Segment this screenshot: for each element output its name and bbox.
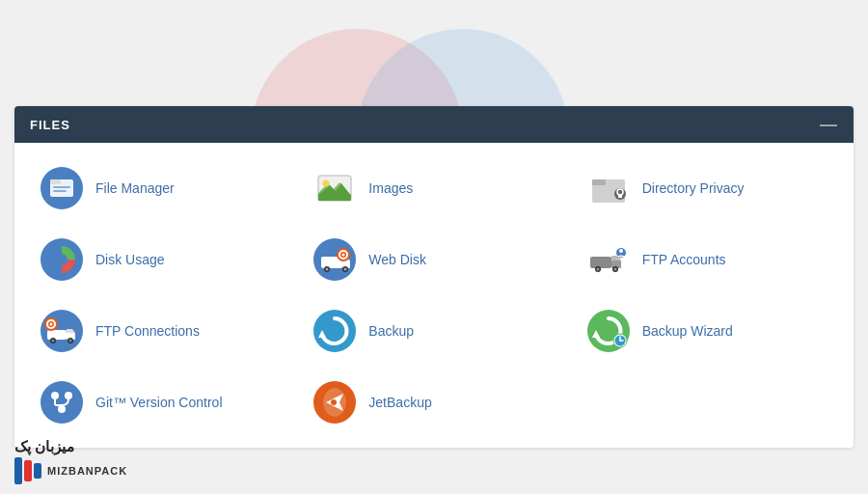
svg-rect-38: [47, 330, 67, 340]
git-label: Git™ Version Control: [95, 395, 223, 410]
svg-rect-4: [53, 190, 67, 192]
panel-collapse-button[interactable]: —: [820, 116, 838, 133]
svg-rect-13: [618, 194, 622, 198]
svg-point-64: [331, 399, 337, 405]
svg-point-57: [51, 392, 59, 399]
svg-point-56: [41, 381, 83, 424]
backup-wizard-label: Backup Wizard: [642, 323, 733, 339]
ftp-accounts-label: FTP Accounts: [642, 252, 726, 267]
images-label: Images: [368, 180, 413, 196]
footer: میزبان پک MIZBANPACK: [14, 438, 127, 484]
svg-rect-28: [590, 257, 611, 268]
panel-header: FILES —: [14, 106, 854, 143]
menu-item-jetbackup[interactable]: JetBackup: [297, 367, 570, 438]
footer-brand-latin: MIZBANPACK: [47, 465, 127, 477]
jetbackup-label: JetBackup: [368, 395, 431, 410]
images-icon: [312, 166, 357, 210]
menu-item-directory-privacy[interactable]: Directory Privacy: [571, 152, 844, 224]
svg-point-42: [52, 340, 55, 343]
ftp-accounts-icon: [586, 237, 631, 282]
svg-point-32: [596, 268, 599, 271]
menu-item-file-manager[interactable]: File Manager: [24, 152, 297, 224]
disk-usage-icon: [40, 237, 84, 282]
files-panel: FILES — File Manager: [14, 106, 854, 448]
menu-item-web-disk[interactable]: Web Disk: [297, 224, 570, 295]
svg-point-27: [342, 254, 345, 257]
menu-item-ftp-connections[interactable]: FTP Connections: [24, 295, 297, 367]
web-disk-label: Web Disk: [368, 252, 426, 267]
svg-point-59: [58, 405, 66, 413]
git-icon: [40, 380, 84, 425]
ftp-connections-icon: [40, 309, 84, 353]
directory-privacy-icon: [586, 166, 631, 210]
svg-point-22: [326, 268, 329, 271]
panel-body: File Manager Images: [14, 143, 854, 448]
svg-rect-2: [50, 179, 61, 184]
backup-wizard-icon: [586, 309, 631, 353]
menu-item-git[interactable]: Git™ Version Control: [24, 367, 297, 438]
svg-point-47: [50, 323, 53, 326]
file-manager-icon: [40, 166, 84, 210]
file-manager-label: File Manager: [95, 180, 175, 196]
svg-rect-3: [53, 186, 70, 188]
jetbackup-icon: [312, 380, 357, 425]
svg-point-44: [69, 340, 72, 343]
ftp-connections-label: FTP Connections: [95, 323, 200, 339]
svg-rect-10: [592, 179, 606, 185]
svg-point-34: [613, 268, 616, 271]
menu-item-ftp-accounts[interactable]: FTP Accounts: [571, 224, 844, 295]
svg-point-48: [313, 310, 356, 352]
svg-point-16: [56, 254, 68, 265]
svg-point-7: [323, 180, 330, 187]
web-disk-icon: [312, 237, 357, 282]
svg-point-36: [619, 249, 623, 253]
directory-privacy-label: Directory Privacy: [642, 180, 745, 196]
menu-item-backup-wizard[interactable]: Backup Wizard: [571, 295, 844, 367]
disk-usage-label: Disk Usage: [95, 252, 165, 267]
svg-point-24: [344, 268, 347, 271]
backup-label: Backup: [368, 323, 414, 339]
footer-brand-persian: میزبان پک: [14, 438, 74, 455]
menu-item-backup[interactable]: Backup: [297, 295, 570, 367]
footer-logo-icon: [14, 457, 41, 484]
menu-item-disk-usage[interactable]: Disk Usage: [24, 224, 297, 295]
menu-item-images[interactable]: Images: [297, 152, 570, 224]
svg-point-58: [65, 392, 72, 399]
backup-icon: [312, 309, 357, 353]
panel-title: FILES: [30, 118, 70, 132]
